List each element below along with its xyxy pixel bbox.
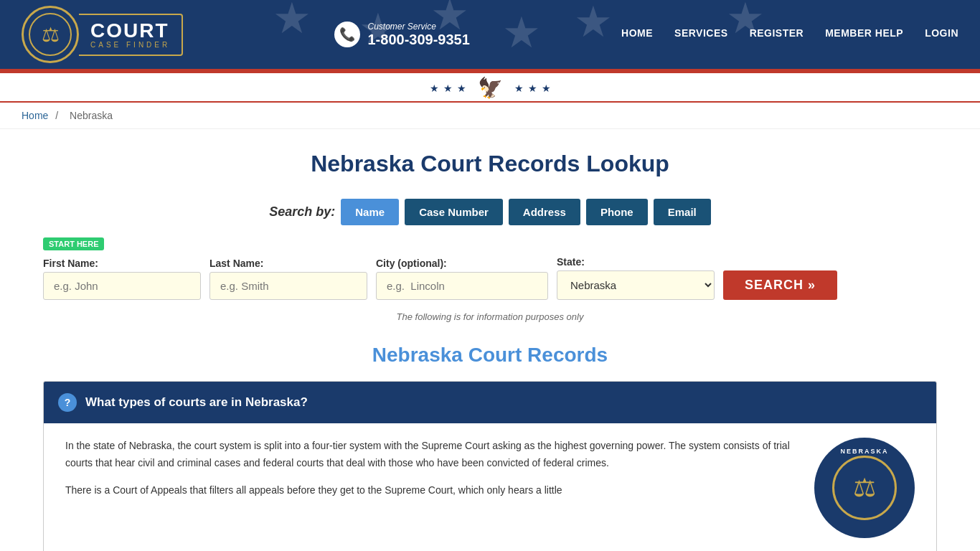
city-label: City (optional):	[376, 258, 548, 269]
main-nav: HOME SERVICES REGISTER MEMBER HELP LOGIN	[621, 27, 958, 42]
city-input[interactable]	[376, 272, 548, 300]
site-header: ★ ★ ★ ★ ★ ★ ⚖ COURT CASE FINDER 📞 Custom…	[0, 0, 980, 69]
bg-star-5: ★	[574, 0, 613, 47]
first-name-input[interactable]	[43, 272, 201, 300]
state-label: State:	[557, 256, 715, 268]
last-name-label: Last Name:	[209, 258, 367, 269]
disclaimer-text: The following is for information purpose…	[43, 311, 937, 322]
accordion-para-1: In the state of Nebraska, the court syst…	[65, 438, 800, 472]
main-content: Nebraska Court Records Lookup Search by:…	[0, 129, 980, 551]
state-select[interactable]: Nebraska	[557, 270, 715, 300]
section-title: Nebraska Court Records	[43, 344, 937, 367]
first-name-label: First Name:	[43, 258, 201, 269]
logo: ⚖ COURT CASE FINDER	[22, 6, 183, 63]
bg-star-1: ★	[273, 0, 311, 43]
eagle-icon: 🦅	[478, 76, 503, 100]
search-by-row: Search by: Name Case Number Address Phon…	[43, 199, 937, 225]
stars-left: ★ ★ ★	[430, 83, 466, 94]
question-icon: ?	[58, 393, 77, 412]
cs-phone: 1-800-309-9351	[367, 32, 469, 48]
seal-text: NEBRASKA	[821, 448, 908, 455]
state-group: State: Nebraska	[557, 256, 715, 300]
logo-circle: ⚖	[22, 6, 79, 63]
form-row: First Name: Last Name: City (optional): …	[43, 256, 937, 300]
seal-scales-icon: ⚖	[853, 473, 876, 503]
breadcrumb-separator: /	[55, 110, 58, 121]
seal-inner: ⚖	[832, 456, 897, 520]
logo-sub-text: CASE FINDER	[90, 41, 170, 49]
tab-email[interactable]: Email	[654, 199, 711, 225]
tab-address[interactable]: Address	[509, 199, 580, 225]
accordion-body: In the state of Nebraska, the court syst…	[44, 423, 936, 551]
city-group: City (optional):	[376, 258, 548, 300]
logo-text: COURT CASE FINDER	[79, 14, 183, 56]
accordion: ? What types of courts are in Nebraska? …	[43, 381, 937, 551]
nav-register[interactable]: REGISTER	[750, 27, 804, 42]
phone-icon: 📞	[334, 22, 360, 47]
accordion-header[interactable]: ? What types of courts are in Nebraska?	[44, 382, 936, 423]
nav-member-help[interactable]: MEMBER HELP	[825, 27, 903, 42]
cs-label: Customer Service	[367, 22, 469, 32]
tab-case-number[interactable]: Case Number	[405, 199, 503, 225]
scales-icon: ⚖	[42, 23, 60, 47]
nav-services[interactable]: SERVICES	[674, 27, 728, 42]
eagle-banner: ★ ★ ★ 🦅 ★ ★ ★	[0, 73, 980, 103]
breadcrumb: Home / Nebraska	[0, 103, 980, 129]
last-name-group: Last Name:	[209, 258, 367, 300]
page-title: Nebraska Court Records Lookup	[43, 151, 937, 177]
customer-service: 📞 Customer Service 1-800-309-9351	[334, 22, 469, 48]
bg-star-4: ★	[502, 7, 541, 57]
cs-text: Customer Service 1-800-309-9351	[367, 22, 469, 48]
eagle-area: ★ ★ ★ 🦅 ★ ★ ★	[430, 76, 551, 100]
nav-login[interactable]: LOGIN	[925, 27, 958, 42]
nebraska-seal: NEBRASKA ⚖	[814, 438, 915, 538]
accordion-para-2: There is a Court of Appeals that filters…	[65, 482, 800, 499]
breadcrumb-home[interactable]: Home	[22, 110, 48, 121]
stars-right: ★ ★ ★	[514, 83, 551, 94]
breadcrumb-current: Nebraska	[70, 110, 113, 121]
start-here-badge: START HERE	[43, 237, 104, 250]
search-by-label: Search by:	[269, 204, 335, 220]
logo-court-text: COURT	[90, 21, 170, 41]
search-form-area: START HERE First Name: Last Name: City (…	[43, 237, 937, 300]
first-name-group: First Name:	[43, 258, 201, 300]
accordion-text: In the state of Nebraska, the court syst…	[65, 438, 800, 538]
nav-home[interactable]: HOME	[621, 27, 653, 42]
accordion-header-text: What types of courts are in Nebraska?	[85, 395, 308, 410]
logo-icon: ⚖	[29, 13, 72, 56]
tab-phone[interactable]: Phone	[586, 199, 648, 225]
tab-name[interactable]: Name	[341, 199, 399, 225]
search-button[interactable]: SEARCH »	[723, 270, 837, 300]
last-name-input[interactable]	[209, 272, 367, 300]
